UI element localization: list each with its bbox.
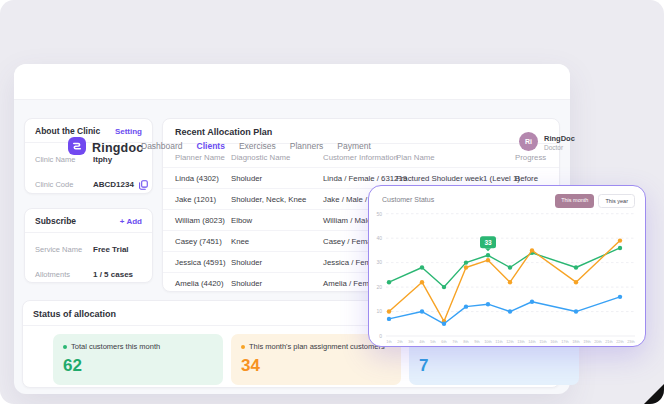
setting-link[interactable]: Setting	[115, 127, 142, 136]
y-tick-label: 30	[376, 259, 382, 265]
subscribe-card: Subscribe + Add Service NameFree TrialAl…	[24, 208, 153, 283]
x-tick-label: 9th	[474, 339, 479, 344]
data-point-customers-green	[464, 260, 468, 264]
data-point-other-blue	[486, 302, 490, 306]
data-point-customers-green	[618, 246, 622, 250]
table-cell: Sholuder	[231, 258, 262, 267]
field-value: Itphy	[93, 155, 112, 164]
x-tick-label: 13th	[517, 339, 525, 344]
x-tick-label: 21th	[605, 339, 613, 344]
x-tick-label: 7th	[452, 339, 457, 344]
x-tick-label: 23th	[627, 339, 635, 344]
add-link[interactable]: + Add	[120, 217, 142, 226]
field-label: Allotments	[35, 270, 93, 279]
nav-item-clients[interactable]: Clients	[197, 141, 225, 151]
table-cell: Casey (7451)	[175, 237, 222, 246]
data-point-other-blue	[387, 317, 391, 321]
x-tick-label: 4th	[419, 339, 424, 344]
x-tick-label: 18th	[572, 339, 580, 344]
table-cell: Amelia (4420)	[175, 279, 224, 288]
data-point-other-blue	[618, 295, 622, 299]
data-point-assignments-orange	[420, 280, 424, 284]
user-role: Doctor	[544, 144, 563, 151]
field-label: Service Name	[35, 245, 93, 254]
nav-item-dashboard[interactable]: Dashboard	[141, 141, 183, 151]
column-header: Progress	[515, 152, 546, 161]
data-point-assignments-orange	[464, 265, 468, 269]
nav-item-planners[interactable]: Planners	[290, 141, 324, 151]
ringdoc-logo-icon[interactable]	[68, 137, 86, 155]
screenshot-canvas: Ringdoc DashboardClientsExercisesPlanner…	[0, 0, 664, 404]
table-cell: Knee	[231, 237, 249, 246]
x-tick-label: 3th	[408, 339, 413, 344]
table-cell: William (8023)	[175, 216, 225, 225]
column-header: Plan Name	[396, 152, 435, 161]
user-name: RingDoc	[544, 134, 575, 143]
table-cell: Sholuder	[231, 279, 262, 288]
subscribe-title: Subscribe	[35, 216, 76, 226]
stat-label-text: Total customers this month	[71, 342, 160, 351]
data-point-customers-green	[574, 265, 578, 269]
brand-name: Ringdoc	[92, 141, 143, 155]
data-point-customers-green	[486, 253, 490, 257]
table-cell: Sholuder, Neck, Knee	[231, 195, 306, 204]
nav-item-exercises[interactable]: Exercises	[239, 141, 276, 151]
data-point-customers-green	[508, 265, 512, 269]
y-tick-label: 50	[376, 211, 382, 217]
x-tick-label: 1th	[386, 339, 391, 344]
customer-status-chart: 010203040501th2th3th4th5th6th7th8th9th10…	[369, 186, 647, 348]
stat-dot-icon	[63, 345, 67, 349]
field-value: 1 / 5 cases	[93, 270, 133, 279]
table-cell: Elbow	[231, 216, 252, 225]
stat-value: 62	[63, 356, 213, 376]
field-value: Free Trial	[93, 245, 129, 254]
main-nav: DashboardClientsExercisesPlannersPayment	[141, 141, 371, 151]
table-cell: Linda (4302)	[175, 174, 219, 183]
field-label: Clinic Name	[35, 155, 93, 164]
table-cell: Fractured Sholuder week1 (Level 1)	[396, 174, 520, 183]
field-row: Allotments1 / 5 cases	[35, 262, 142, 287]
x-tick-label: 15th	[539, 339, 547, 344]
data-point-other-blue	[442, 322, 446, 326]
column-header: Customer Information	[323, 152, 398, 161]
stat-dot-icon	[241, 345, 245, 349]
data-point-other-blue	[464, 304, 468, 308]
user-avatar[interactable]: Ri	[519, 132, 538, 151]
allocation-plan-title: Recent Allocation Plan	[175, 127, 272, 137]
data-point-assignments-orange	[508, 280, 512, 284]
copy-icon[interactable]	[139, 180, 148, 190]
y-tick-label: 20	[376, 284, 382, 290]
field-label: Clinic Code	[35, 180, 93, 189]
subscribe-rows: Service NameFree TrialAllotments1 / 5 ca…	[25, 233, 152, 291]
stat-label-text: This month's plan assignment customers	[249, 342, 385, 351]
x-tick-label: 22th	[616, 339, 624, 344]
data-point-assignments-orange	[618, 238, 622, 242]
data-point-other-blue	[530, 300, 534, 304]
stat-tile: Total customers this month62	[53, 334, 223, 385]
y-tick-label: 40	[376, 235, 382, 241]
stat-label: Total customers this month	[63, 342, 213, 351]
nav-item-payment[interactable]: Payment	[337, 141, 371, 151]
app-header: Ringdoc DashboardClientsExercisesPlanner…	[14, 64, 570, 100]
x-tick-label: 10th	[484, 339, 492, 344]
table-cell: Jake (1201)	[175, 195, 216, 204]
x-tick-label: 16th	[550, 339, 558, 344]
chart-tooltip-value: 33	[484, 239, 492, 246]
table-cell: Before	[515, 174, 538, 183]
data-point-other-blue	[420, 309, 424, 313]
about-clinic-title: About the Clinic	[35, 126, 100, 136]
x-tick-label: 20th	[594, 339, 602, 344]
x-tick-label: 5th	[430, 339, 435, 344]
data-point-other-blue	[574, 309, 578, 313]
x-tick-label: 8th	[463, 339, 468, 344]
y-tick-label: 0	[379, 333, 382, 339]
data-point-customers-green	[420, 265, 424, 269]
x-tick-label: 14th	[528, 339, 536, 344]
x-tick-label: 6th	[441, 339, 446, 344]
data-point-assignments-orange	[574, 280, 578, 284]
customer-status-card: Customer Status This monthThis year 0102…	[368, 185, 646, 347]
data-point-assignments-orange	[486, 258, 490, 262]
table-cell: Sholuder	[231, 174, 262, 183]
stat-value: 7	[419, 356, 569, 376]
stat-value: 34	[241, 356, 391, 376]
